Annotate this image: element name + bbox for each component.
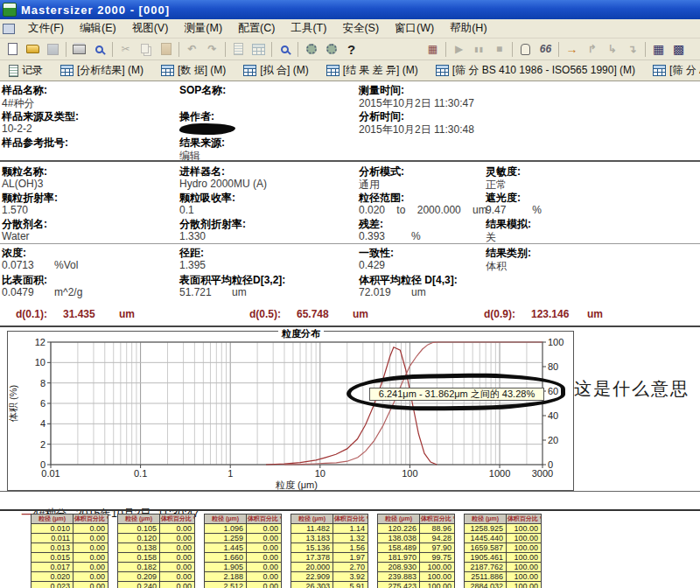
tab-result-difference[interactable]: [结 果 差 异] (M) bbox=[321, 61, 424, 80]
table-header-row: 粒径 (μm)体积百分比 % bbox=[291, 514, 368, 524]
goto-arrow-button[interactable]: → bbox=[562, 40, 582, 59]
field-value: 0.0713 %Vol bbox=[2, 259, 179, 272]
tab-fit[interactable]: [拟 合] (M) bbox=[238, 61, 313, 80]
table-row: 1.2590.00 bbox=[205, 534, 282, 543]
table-row: 0.1050.00 bbox=[118, 524, 195, 534]
cut-button[interactable]: ✂ bbox=[116, 40, 136, 59]
table-cell: 1.32 bbox=[333, 534, 368, 543]
menu-help[interactable]: 帮助(H) bbox=[442, 18, 494, 38]
table-cell: 0.00 bbox=[247, 572, 282, 582]
field-label: 样品来源及类型: bbox=[2, 109, 179, 122]
grid-view-icon bbox=[436, 65, 449, 76]
table-cell: 0.158 bbox=[118, 553, 160, 563]
tab-data[interactable]: [数 据] (M) bbox=[156, 61, 231, 80]
step-into-button[interactable]: ↱ bbox=[582, 40, 602, 59]
report-view-button[interactable] bbox=[228, 40, 248, 59]
child-window-icon[interactable] bbox=[3, 24, 15, 34]
table-cell: 100.00 bbox=[507, 582, 542, 588]
pause-button[interactable]: ▮▮ bbox=[469, 40, 489, 59]
field-label: 分散剂折射率: bbox=[179, 217, 359, 230]
window-title: Mastersizer 2000 - [000] bbox=[21, 4, 170, 17]
step-over-button[interactable]: ↳ bbox=[602, 40, 622, 59]
print-button[interactable] bbox=[69, 40, 89, 59]
menu-file[interactable]: 文件(F) bbox=[20, 18, 72, 38]
table-cell: 0.017 bbox=[32, 563, 74, 572]
field-label: 体积平均粒径 D[4,3]: bbox=[359, 273, 486, 286]
table-cell: 0.00 bbox=[247, 563, 282, 572]
field-value: 4#种分 bbox=[2, 96, 179, 109]
table-cell: 0.00 bbox=[160, 582, 195, 588]
save-button[interactable] bbox=[43, 40, 63, 59]
svg-text:10: 10 bbox=[35, 357, 46, 368]
menu-measure[interactable]: 测量(M) bbox=[176, 18, 230, 38]
new-document-button[interactable] bbox=[3, 40, 23, 59]
tab-sieve-astm[interactable]: [筛 分 AST bbox=[648, 61, 700, 80]
tab-record[interactable]: 记录 bbox=[4, 61, 48, 80]
table-cell: 100.00 bbox=[507, 534, 542, 543]
menu-edit[interactable]: 编辑(E) bbox=[72, 18, 124, 38]
table-cell: 0.00 bbox=[160, 534, 195, 543]
binoculars-view-button[interactable]: 66 bbox=[536, 40, 556, 59]
open-file-button[interactable] bbox=[23, 40, 43, 59]
play-button[interactable]: ▶ bbox=[449, 40, 469, 59]
d90-unit: um bbox=[587, 308, 603, 320]
table-cell: 13.183 bbox=[291, 534, 333, 543]
field-value bbox=[179, 96, 359, 109]
distribution-table: 粒径 (μm)体积百分比 %120.22688.96138.03894.2815… bbox=[377, 514, 455, 588]
accessories-gear-button[interactable] bbox=[321, 40, 341, 59]
stop-button[interactable]: ■ bbox=[489, 40, 509, 59]
copy-button[interactable] bbox=[136, 40, 156, 59]
table-cell: 1258.925 bbox=[465, 524, 507, 534]
d10-value: 31.435 bbox=[63, 308, 119, 320]
window-report-button[interactable]: ▩ bbox=[668, 40, 689, 59]
delete-record-button[interactable]: ▦ bbox=[423, 40, 443, 59]
field-label: 颗粒折射率: bbox=[2, 191, 179, 204]
table-cell: 1.445 bbox=[205, 543, 247, 553]
field-value: 1.395 bbox=[179, 259, 359, 272]
redacted-operator bbox=[179, 123, 235, 135]
table-cell: 2.512 bbox=[205, 582, 247, 588]
pan-hand-button[interactable] bbox=[515, 40, 536, 59]
table-row: 1.6600.00 bbox=[205, 553, 282, 563]
menu-configure[interactable]: 配置(C) bbox=[230, 18, 283, 38]
table-cell: 0.00 bbox=[160, 572, 195, 582]
table-cell: 94.28 bbox=[420, 534, 455, 543]
field-value: 正常 bbox=[486, 178, 693, 191]
window-table-button[interactable]: ▦ bbox=[648, 40, 668, 59]
redo-button[interactable]: ↷ bbox=[202, 40, 222, 59]
zoom-button[interactable] bbox=[275, 40, 295, 59]
table-cell: 275.423 bbox=[378, 582, 420, 588]
menu-security[interactable]: 安全(S) bbox=[334, 18, 387, 38]
field-value: 2015年10月2日 11:30:48 bbox=[359, 122, 684, 136]
table-row: 1.0960.00 bbox=[205, 524, 282, 534]
tab-analysis-result[interactable]: [分析结果] (M) bbox=[55, 61, 149, 80]
table-row: 239.883100.00 bbox=[378, 572, 455, 582]
print-preview-button[interactable] bbox=[89, 40, 109, 59]
step-out-button[interactable]: ↴ bbox=[622, 40, 642, 59]
svg-text:0.1: 0.1 bbox=[134, 468, 147, 479]
table-cell: 1.56 bbox=[333, 543, 368, 553]
options-gear-button[interactable] bbox=[301, 40, 321, 59]
field-label: 一致性: bbox=[359, 246, 486, 259]
help-button[interactable]: ? bbox=[341, 40, 361, 59]
table-row: 0.2090.00 bbox=[118, 572, 195, 582]
table-cell: 2884.032 bbox=[465, 582, 507, 588]
menu-window[interactable]: 窗口(W) bbox=[387, 18, 442, 38]
menu-view[interactable]: 视图(V) bbox=[124, 18, 177, 38]
menu-tools[interactable]: 工具(T) bbox=[283, 18, 334, 38]
app-window: Mastersizer 2000 - [000] 文件(F) 编辑(E) 视图(… bbox=[0, 0, 700, 588]
tab-sieve-bs410[interactable]: [筛 分 BS 410 1986 - ISO565 1990] (M) bbox=[430, 61, 640, 80]
table-header-row: 粒径 (μm)体积百分比 % bbox=[205, 514, 282, 524]
section-divider bbox=[0, 160, 700, 162]
record-view-button[interactable] bbox=[248, 40, 269, 59]
undo-button[interactable]: ↶ bbox=[182, 40, 202, 59]
distribution-table: 粒径 (μm)体积百分比 %1.0960.001.2590.001.4450.0… bbox=[204, 514, 282, 588]
table-row: 208.930100.00 bbox=[378, 563, 455, 572]
grid-view-icon bbox=[326, 65, 340, 76]
table-header: 体积百分比 % bbox=[160, 514, 195, 524]
paste-button[interactable] bbox=[156, 40, 176, 59]
table-cell: 138.038 bbox=[378, 534, 420, 543]
table-header: 体积百分比 % bbox=[247, 514, 282, 524]
svg-text:8: 8 bbox=[40, 378, 46, 388]
table-cell: 100.00 bbox=[420, 563, 455, 572]
